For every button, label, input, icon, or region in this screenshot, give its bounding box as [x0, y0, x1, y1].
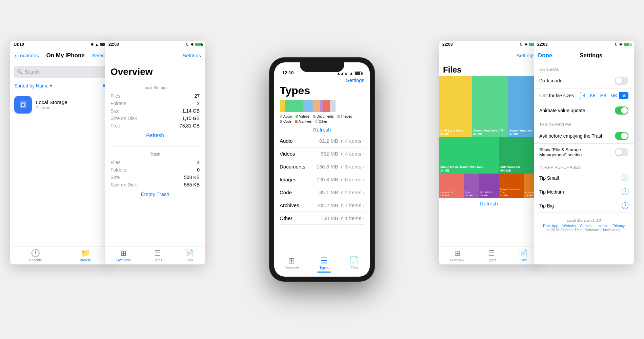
tab-types-label-2: Types — [153, 258, 162, 262]
center-tab-files[interactable]: 📄 Files — [349, 256, 359, 270]
unit-all[interactable]: all — [619, 92, 628, 99]
sort-label[interactable]: Sorted by Name ▾ — [14, 83, 52, 88]
type-audio-value: 82.2 MB in 4 items › — [319, 138, 364, 144]
center-refresh-btn[interactable]: Refresh — [274, 125, 370, 135]
files-icon-2: 📄 — [185, 249, 194, 258]
ask-empty-trash-row: Ask before emptying the Trash — [534, 128, 634, 144]
type-archives-value: 102.2 MB in 7 items › — [316, 202, 364, 208]
select-btn[interactable]: Select — [92, 53, 106, 58]
treemap-cell-7: Son 16 MB — [464, 174, 479, 198]
center-overview-icon: ⊞ — [288, 256, 295, 265]
tip-small-info[interactable]: i — [622, 175, 628, 181]
unit-gb[interactable]: GB — [609, 92, 619, 99]
wifi-icon: ▲ — [95, 42, 99, 46]
files-title: Files — [439, 63, 539, 76]
center-tab-overview[interactable]: ⊞ Overview — [285, 256, 299, 270]
treemap-cell-8: DCIM2342 24 MB — [479, 174, 499, 198]
status-time-1: 14:10 — [14, 42, 24, 47]
type-row-other[interactable]: Other 100 MB in 1 items › — [280, 212, 364, 225]
show-file-mgmt-label: Show "File & Storage Management" section — [539, 147, 604, 157]
tab-bar-2: ⊞ Overview ☰ Types 📄 Files — [105, 246, 205, 264]
empty-trash-btn[interactable]: Empty Trash — [110, 188, 200, 200]
center-phone-inner: 12:10 ▲▲▲ ▲ Settings Types — [274, 62, 370, 277]
tab-browse[interactable]: 📁 Browse — [80, 249, 91, 262]
type-row-archives[interactable]: Archives 102.2 MB in 7 items › — [280, 199, 364, 212]
center-tab-types[interactable]: ☰ Types — [319, 256, 328, 270]
free-label: Free — [110, 123, 120, 128]
size-disk-row: Size on Disk 1,15 GB — [110, 115, 200, 122]
tab-types-3[interactable]: ☰ Types — [487, 249, 496, 262]
chart-images — [313, 100, 321, 112]
tab-types-2[interactable]: ☰ Types — [153, 249, 162, 262]
unit-kb[interactable]: KB — [588, 92, 598, 99]
search-bar-1[interactable]: 🔍 Search — [14, 66, 107, 78]
legend-label-images: Images — [341, 115, 352, 118]
locations-back-btn[interactable]: Locations — [14, 52, 39, 59]
local-storage-item[interactable]: Local Storage 7 items — [10, 92, 110, 118]
type-row-audio[interactable]: Audio 82.2 MB in 4 items › — [280, 135, 364, 147]
refresh-btn-local[interactable]: Refresh — [110, 129, 200, 141]
nav-bar-3: Settings — [439, 48, 539, 63]
center-settings-btn[interactable]: Settings — [346, 77, 364, 83]
type-images-value: 120.8 MB in 6 items › — [316, 177, 364, 182]
treemap-cell-6: manual.pdf 120 MB — [439, 174, 464, 198]
chart-audio — [280, 100, 285, 112]
type-row-documents[interactable]: Documents 136.8 MB in 3 items › — [280, 160, 364, 173]
tip-small-row: Tip Small i — [534, 171, 634, 185]
tab-files-3[interactable]: 📄 Files — [519, 249, 528, 262]
sort-row: Sorted by Name ▾ ≡ — [10, 81, 110, 92]
type-row-code[interactable]: Code 35.1 MB in 2 items › — [280, 186, 364, 199]
trash-folders-row: Folders 0 — [110, 166, 200, 174]
rate-app-link[interactable]: Rate App — [543, 224, 558, 228]
refresh-btn-3[interactable]: Refresh — [439, 198, 539, 209]
legend-label-code: Code — [283, 120, 291, 123]
files-row: Files 27 — [110, 92, 200, 100]
status-bar-1: 14:10 ✱ ▲ — [10, 41, 110, 48]
website-link[interactable]: Website — [562, 224, 576, 228]
animate-toggle[interactable] — [615, 106, 628, 115]
tab-recents[interactable]: 🕐 Recents — [29, 249, 42, 262]
screenshots-container: 14:10 ✱ ▲ Locations On My iPhone Select … — [0, 0, 644, 339]
tab-overview-3[interactable]: ⊞ Overview — [450, 249, 464, 262]
unit-mb[interactable]: MB — [598, 92, 609, 99]
legend-archives: Archives — [295, 120, 311, 123]
cell6-size: 120 MB — [440, 194, 463, 197]
center-battery — [355, 72, 362, 75]
show-file-mgmt-toggle[interactable] — [615, 148, 628, 156]
type-audio-name: Audio — [280, 138, 293, 144]
type-row-images[interactable]: Images 120.8 MB in 6 items › — [280, 173, 364, 186]
overview-title: Overview — [105, 63, 205, 83]
bluetooth-icon: ✱ — [90, 42, 94, 47]
overview-icon-3: ⊞ — [454, 249, 460, 258]
treemap: Auld Lang Syne 23 MB Sonya Yoncheva - Tt… — [439, 76, 539, 198]
legend-dot-documents — [313, 115, 316, 118]
trash-size-value: 500 KB — [184, 175, 200, 180]
center-title: Types — [274, 83, 370, 100]
dark-mode-toggle[interactable] — [615, 77, 628, 85]
tip-big-info[interactable]: i — [622, 202, 628, 209]
github-link[interactable]: GitHub — [580, 224, 591, 228]
unit-b[interactable]: B — [580, 92, 588, 99]
type-row-videos[interactable]: Videos 562 MB in 4 items › — [280, 147, 364, 160]
trash-size-disk-row: Size on Disk 555 KB — [110, 181, 200, 188]
treemap-cell-4: music Movie Trailer 2018.mkv 14 MB — [439, 137, 499, 174]
tab-overview-2[interactable]: ⊞ Overview — [116, 249, 130, 262]
tab-files-2[interactable]: 📄 Files — [185, 249, 194, 262]
type-documents-name: Documents — [280, 164, 305, 170]
done-btn[interactable]: Done — [538, 52, 552, 59]
cell5-size: 500 MB — [500, 169, 538, 172]
settings-btn-3[interactable]: Settings — [517, 53, 535, 58]
tip-big-row: Tip Big i — [534, 199, 634, 213]
license-link[interactable]: License — [596, 224, 608, 228]
settings-footer-links: Rate App Website GitHub License Privacy — [539, 224, 628, 228]
privacy-link[interactable]: Privacy — [612, 224, 625, 228]
moon-icon-4: ☾ — [615, 42, 618, 47]
screen-overview: 22:03 ☾ ✱ Settings Overview Local Storag… — [105, 41, 205, 264]
ask-empty-trash-toggle[interactable] — [615, 132, 628, 140]
type-videos-value: 562 MB in 4 items › — [321, 151, 364, 157]
folder-count: 7 items — [36, 105, 67, 110]
legend-dot-archives — [295, 120, 298, 123]
settings-btn-2[interactable]: Settings — [183, 53, 201, 58]
tip-medium-info[interactable]: i — [622, 188, 628, 195]
legend-label-audio: Audio — [283, 115, 292, 118]
